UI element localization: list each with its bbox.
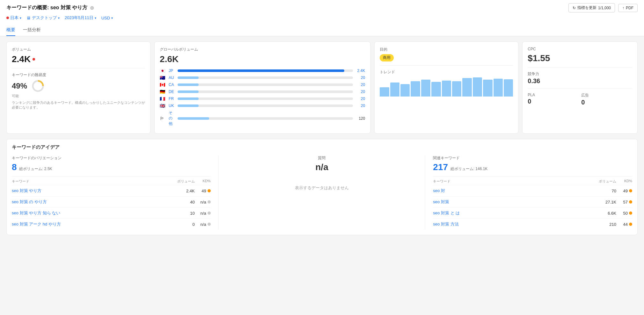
country-flag: 🇦🇺 — [160, 75, 166, 80]
ads-section: 広告 0 — [581, 93, 632, 106]
keyword-link[interactable]: seo 対策 — [433, 199, 597, 205]
keyword-link[interactable]: seo 対策 やり方 — [12, 188, 176, 194]
country-dot — [6, 17, 9, 19]
country-code[interactable]: DE — [169, 89, 175, 94]
variations-col-title: キーワードのバリエーション — [12, 155, 211, 161]
keyword-link[interactable]: seo 対策 方法 — [433, 221, 597, 227]
divider — [12, 68, 145, 68]
keyword-link[interactable]: seo 対策 と は — [433, 210, 597, 216]
pdf-button[interactable]: ↑ PDF — [618, 4, 638, 12]
country-flag: 🇫🇷 — [160, 96, 166, 101]
related-column: 関連キーワード 217 総ボリューム: 146.1K キーワード ボリューム K… — [425, 155, 632, 230]
keyword-link[interactable]: seo 対策 の やり方 — [12, 199, 176, 205]
table-row: seo 対策 の やり方 40 n/a — [12, 196, 211, 207]
trend-title: トレンド — [380, 69, 513, 75]
currency-filter[interactable]: USD ▾ — [101, 16, 113, 20]
table-row: seo 対策 アーク hd やり方 0 n/a — [12, 218, 211, 230]
volume-value: 2.4K — [12, 54, 145, 64]
variations-count[interactable]: 8 — [12, 162, 17, 172]
keyword-link[interactable]: seo 対策 やり方 知ら ない — [12, 210, 176, 216]
questions-column: 質問 n/a 表示するデータはありません — [219, 155, 426, 230]
kd-badge — [208, 223, 211, 226]
variations-table-header: キーワード ボリューム KD% — [12, 176, 211, 185]
kd-cell: 50 — [616, 211, 632, 216]
country-flag: 🇩🇪 — [160, 89, 166, 94]
country-row: 🇩🇪 DE 20 — [160, 89, 365, 94]
related-rows: seo 対 70 49 seo 対策 27.1K 57 seo 対策 と は 6… — [433, 185, 632, 230]
volume-card: ボリューム 2.4K キーワードの難易度 49% 可能 ランキ — [6, 41, 150, 134]
kd-value: n/a — [201, 222, 206, 227]
trend-bar — [380, 87, 389, 97]
device-chevron: ▾ — [58, 16, 60, 20]
related-count-row: 217 総ボリューム: 146.1K — [433, 162, 632, 172]
device-icon: 🖥 — [26, 16, 31, 20]
var-kd-header: KD% — [195, 179, 211, 184]
trend-bar — [483, 80, 492, 97]
country-bar — [178, 69, 344, 72]
kd-value: n/a — [201, 211, 206, 216]
country-code[interactable]: AU — [169, 75, 175, 80]
country-code[interactable]: UK — [169, 104, 175, 108]
trend-bar — [462, 78, 472, 97]
refresh-icon: ↻ — [573, 6, 576, 10]
keyword-volume: 40 — [176, 200, 195, 204]
country-code[interactable]: JP — [169, 68, 175, 73]
kd-possible: 可能 — [12, 94, 145, 98]
keyword-volume: 27.1K — [597, 200, 616, 204]
date-filter[interactable]: 2023年5月11日 ▾ — [65, 15, 96, 21]
refresh-button[interactable]: ↻ 指標を更新 1/1,000 — [568, 3, 615, 12]
tab-overview[interactable]: 概要 — [6, 25, 15, 36]
country-bar — [178, 90, 199, 93]
currency-label: USD — [101, 16, 110, 20]
kd-value: 49% — [12, 82, 27, 90]
country-row: 🇫🇷 FR 20 — [160, 96, 365, 101]
country-bar — [178, 76, 199, 79]
rel-kw-header: キーワード — [433, 179, 597, 184]
header-top: キーワードの概要: seo 対策 やり方 ⊕ ↻ 指標を更新 1/1,000 ↑… — [6, 3, 638, 12]
trend-bars — [380, 77, 513, 97]
country-code[interactable]: FR — [169, 97, 175, 101]
keyword-link[interactable]: seo 対策 アーク hd やり方 — [12, 221, 176, 227]
cpc-title: CPC — [528, 47, 632, 51]
intent-badge: 商用 — [380, 54, 394, 61]
pdf-label: PDF — [626, 6, 633, 10]
country-bar-container — [178, 90, 353, 93]
country-code[interactable]: CA — [169, 82, 175, 87]
trend-bar — [411, 81, 420, 97]
ads-value: 0 — [581, 99, 632, 106]
device-filter[interactable]: 🖥 デスクトップ ▾ — [26, 15, 60, 21]
kd-value: 57 — [623, 200, 628, 204]
kd-cell: n/a — [195, 200, 211, 204]
country-bar — [178, 83, 199, 86]
header-actions: ↻ 指標を更新 1/1,000 ↑ PDF — [568, 3, 638, 12]
competition-value: 0.36 — [528, 77, 632, 85]
keyword-volume: 6.6K — [597, 211, 616, 216]
country-row: 🇨🇦 CA 20 — [160, 82, 365, 87]
trend-bar — [431, 82, 441, 97]
country-value: 20 — [355, 75, 365, 80]
tab-bulk-analysis[interactable]: 一括分析 — [23, 25, 41, 36]
country-flag: 🇯🇵 — [160, 68, 166, 73]
variations-rows: seo 対策 やり方 2.4K 49 seo 対策 の やり方 40 n/a s… — [12, 185, 211, 230]
kd-cell: n/a — [195, 211, 211, 216]
kd-label: キーワードの難易度 — [12, 72, 145, 78]
kd-value: n/a — [201, 200, 206, 204]
page-title: キーワードの概要: seo 対策 やり方 — [6, 4, 87, 11]
kd-badge — [629, 223, 632, 226]
country-value: 20 — [355, 82, 365, 87]
pla-ads-row: PLA 0 広告 0 — [528, 93, 632, 106]
related-col-title: 関連キーワード — [433, 155, 632, 161]
trend-bar — [494, 79, 503, 97]
add-keyword-icon[interactable]: ⊕ — [90, 5, 94, 11]
keyword-link[interactable]: seo 対 — [433, 188, 597, 194]
country-value: 20 — [355, 104, 365, 108]
country-value: 2.4K — [355, 68, 365, 73]
country-filter[interactable]: 日本 ▾ — [6, 15, 21, 21]
related-count[interactable]: 217 — [433, 162, 448, 172]
trend-bar — [504, 79, 513, 97]
refresh-count: 1/1,000 — [598, 6, 611, 10]
rel-kd-header: KD% — [616, 179, 632, 184]
tabs: 概要 一括分析 — [6, 25, 638, 36]
ideas-columns: キーワードのバリエーション 8 総ボリューム: 2.5K キーワード ボリューム… — [12, 155, 632, 230]
kd-donut-chart — [31, 79, 45, 93]
